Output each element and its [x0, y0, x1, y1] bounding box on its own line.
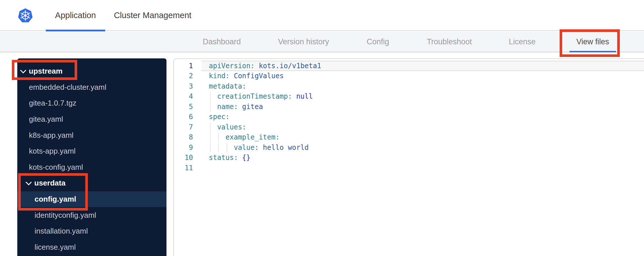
- line-number: 7: [174, 123, 193, 131]
- file-label: embedded-cluster.yaml: [29, 83, 107, 92]
- tab-config[interactable]: Config: [367, 31, 389, 52]
- tab-view-files[interactable]: View files: [576, 31, 609, 52]
- code-line-1: 1apiVersion: kots.io/v1beta1: [174, 61, 644, 71]
- token-punct: :: [226, 113, 230, 121]
- file-license-yaml[interactable]: license.yaml: [17, 239, 166, 255]
- top-tab-application[interactable]: Application: [46, 0, 105, 31]
- code-line-text: status: {}: [209, 153, 251, 163]
- token-punct: :: [251, 62, 259, 70]
- token-const: {}: [242, 154, 251, 162]
- file-config-yaml[interactable]: config.yaml: [17, 191, 166, 207]
- folder-label: upstream: [29, 67, 62, 76]
- code-view: 1apiVersion: kots.io/v1beta12kind: Confi…: [174, 61, 644, 173]
- token-val: kots.io/v1beta1: [259, 62, 321, 70]
- file-gitea-yaml[interactable]: gitea.yaml: [17, 111, 166, 127]
- token-key: apiVersion: [209, 62, 251, 70]
- file-label: gitea.yaml: [29, 115, 63, 124]
- token-const: null: [296, 92, 313, 100]
- file-k8s-app-yaml[interactable]: k8s-app.yaml: [17, 127, 166, 143]
- code-line-4: 4 creationTimestamp: null: [174, 91, 644, 102]
- token-punct: :: [242, 82, 246, 90]
- code-line-3: 3metadata:: [174, 81, 644, 91]
- tab-troubleshoot[interactable]: Troubleshoot: [427, 31, 472, 52]
- token-punct: :: [255, 144, 263, 152]
- tab-label: Dashboard: [203, 37, 241, 46]
- code-line-text: example_item:: [209, 132, 280, 143]
- token-key: value: [234, 144, 255, 152]
- token-key: metadata: [209, 82, 242, 90]
- token-val: hello world: [263, 144, 309, 152]
- tab-dashboard[interactable]: Dashboard: [203, 31, 241, 52]
- file-label: kots-config.yaml: [29, 163, 83, 172]
- code-line-5: 5 name: gitea: [174, 102, 644, 112]
- file-label: installation.yaml: [35, 227, 88, 236]
- tab-label: View files: [576, 37, 609, 46]
- code-line-11: 11: [174, 163, 644, 173]
- tab-label: Troubleshoot: [427, 37, 472, 46]
- app-nav: DashboardVersion historyConfigTroublesho…: [0, 31, 644, 52]
- code-line-text: apiVersion: kots.io/v1beta1: [209, 61, 321, 71]
- file-label: identityconfig.yaml: [35, 211, 96, 220]
- line-number: 5: [174, 103, 193, 111]
- token-key: spec: [209, 113, 226, 121]
- top-nav: ApplicationCluster Management: [0, 0, 644, 31]
- line-number: 11: [174, 164, 193, 172]
- token-key: creationTimestamp: [217, 92, 288, 100]
- chevron-down-icon: [20, 67, 26, 73]
- tab-label: Version history: [278, 37, 329, 46]
- token-key: values: [217, 123, 242, 131]
- file-label: gitea-1.0.7.tgz: [29, 99, 77, 108]
- tab-label: Config: [367, 37, 389, 46]
- file-kots-app-yaml[interactable]: kots-app.yaml: [17, 143, 166, 159]
- chevron-down-icon: [26, 179, 32, 186]
- file-kots-config-yaml[interactable]: kots-config.yaml: [17, 159, 166, 175]
- folder-upstream[interactable]: upstream: [17, 63, 166, 79]
- file-identityconfig-yaml[interactable]: identityconfig.yaml: [17, 207, 166, 223]
- token-punct: :: [234, 154, 242, 162]
- token-key: name: [217, 103, 234, 111]
- line-number: 6: [174, 113, 193, 121]
- token-punct: :: [275, 133, 279, 141]
- line-number: 3: [174, 82, 193, 90]
- file-tree: upstreamembedded-cluster.yamlgitea-1.0.7…: [17, 63, 166, 255]
- token-punct: :: [226, 72, 234, 80]
- code-line-10: 10status: {}: [174, 153, 644, 163]
- line-number: 2: [174, 72, 193, 80]
- kots-admin-console: ApplicationCluster Management DashboardV…: [0, 0, 644, 256]
- file-editor: 1apiVersion: kots.io/v1beta12kind: Confi…: [173, 58, 644, 256]
- tab-license[interactable]: License: [509, 31, 535, 52]
- line-number: 4: [174, 92, 193, 100]
- file-label: k8s-app.yaml: [29, 131, 74, 140]
- line-number: 9: [174, 144, 193, 152]
- kubernetes-logo-icon: [18, 7, 33, 24]
- code-line-6: 6spec:: [174, 112, 644, 122]
- folder-userdata[interactable]: userdata: [17, 175, 166, 191]
- line-number: 10: [174, 154, 193, 162]
- code-line-text: kind: ConfigValues: [209, 71, 284, 81]
- tab-label: License: [509, 37, 535, 46]
- token-val: ConfigValues: [234, 72, 284, 80]
- code-line-text: value: hello world: [209, 142, 309, 153]
- code-line-9: 9 value: hello world: [174, 142, 644, 153]
- token-punct: :: [234, 103, 242, 111]
- top-tab-label: Application: [55, 11, 96, 20]
- code-line-2: 2kind: ConfigValues: [174, 71, 644, 81]
- file-label: kots-app.yaml: [29, 147, 76, 156]
- top-tab-cluster-management[interactable]: Cluster Management: [109, 0, 196, 31]
- line-number: 8: [174, 133, 193, 141]
- token-punct: :: [242, 123, 246, 131]
- code-line-text: spec:: [209, 112, 230, 122]
- line-number: 1: [174, 62, 193, 70]
- file-tree-sidebar: upstreamembedded-cluster.yamlgitea-1.0.7…: [17, 58, 166, 256]
- file-gitea-1-0-7-tgz[interactable]: gitea-1.0.7.tgz: [17, 95, 166, 111]
- token-key: example_item: [226, 133, 275, 141]
- file-installation-yaml[interactable]: installation.yaml: [17, 223, 166, 239]
- token-key: status: [209, 154, 234, 162]
- token-key: kind: [209, 72, 226, 80]
- folder-label: userdata: [34, 179, 65, 188]
- code-line-7: 7 values:: [174, 122, 644, 132]
- code-line-text: values:: [209, 122, 246, 132]
- file-embedded-cluster-yaml[interactable]: embedded-cluster.yaml: [17, 79, 166, 95]
- tab-version-history[interactable]: Version history: [278, 31, 329, 52]
- code-line-8: 8 example_item:: [174, 132, 644, 143]
